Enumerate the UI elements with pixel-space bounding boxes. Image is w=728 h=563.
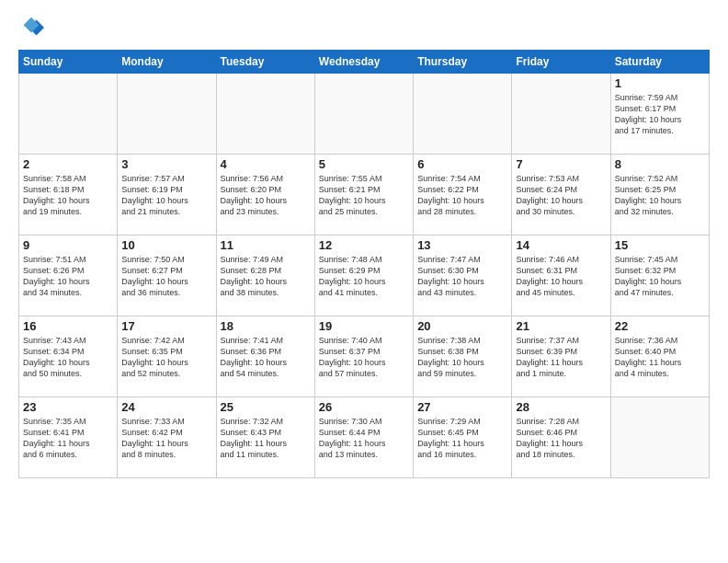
calendar-cell: 8Sunrise: 7:52 AM Sunset: 6:25 PM Daylig…	[610, 155, 709, 236]
day-number: 3	[121, 157, 211, 171]
calendar-cell: 4Sunrise: 7:56 AM Sunset: 6:20 PM Daylig…	[216, 155, 314, 236]
day-info: Sunrise: 7:47 AM Sunset: 6:30 PM Dayligh…	[417, 254, 507, 299]
day-info: Sunrise: 7:28 AM Sunset: 6:46 PM Dayligh…	[516, 416, 606, 461]
day-number: 24	[121, 400, 211, 414]
calendar-cell	[216, 74, 314, 155]
day-number: 27	[417, 400, 507, 414]
calendar-week-row: 9Sunrise: 7:51 AM Sunset: 6:26 PM Daylig…	[19, 236, 710, 316]
day-number: 2	[23, 157, 113, 171]
calendar-cell	[314, 74, 413, 155]
calendar-cell: 28Sunrise: 7:28 AM Sunset: 6:46 PM Dayli…	[512, 397, 610, 478]
day-info: Sunrise: 7:40 AM Sunset: 6:37 PM Dayligh…	[319, 335, 409, 380]
day-info: Sunrise: 7:43 AM Sunset: 6:34 PM Dayligh…	[23, 335, 113, 380]
day-number: 12	[319, 238, 409, 252]
day-info: Sunrise: 7:30 AM Sunset: 6:44 PM Dayligh…	[319, 416, 409, 461]
header	[18, 15, 710, 40]
calendar-cell: 11Sunrise: 7:49 AM Sunset: 6:28 PM Dayli…	[216, 236, 314, 316]
page: SundayMondayTuesdayWednesdayThursdayFrid…	[0, 0, 728, 563]
day-info: Sunrise: 7:33 AM Sunset: 6:42 PM Dayligh…	[121, 416, 211, 461]
day-info: Sunrise: 7:56 AM Sunset: 6:20 PM Dayligh…	[221, 173, 311, 218]
day-info: Sunrise: 7:57 AM Sunset: 6:19 PM Dayligh…	[121, 173, 211, 218]
calendar-cell: 27Sunrise: 7:29 AM Sunset: 6:45 PM Dayli…	[414, 397, 512, 478]
day-number: 26	[319, 400, 409, 414]
day-info: Sunrise: 7:35 AM Sunset: 6:41 PM Dayligh…	[23, 416, 113, 461]
calendar-cell: 10Sunrise: 7:50 AM Sunset: 6:27 PM Dayli…	[118, 236, 216, 316]
weekday-header: Monday	[118, 51, 216, 74]
calendar-table: SundayMondayTuesdayWednesdayThursdayFrid…	[18, 50, 710, 478]
logo	[18, 15, 48, 40]
day-info: Sunrise: 7:50 AM Sunset: 6:27 PM Dayligh…	[121, 254, 211, 299]
day-number: 28	[516, 400, 606, 414]
calendar-cell: 12Sunrise: 7:48 AM Sunset: 6:29 PM Dayli…	[314, 236, 413, 316]
calendar-week-row: 1Sunrise: 7:59 AM Sunset: 6:17 PM Daylig…	[19, 74, 710, 155]
calendar-cell: 22Sunrise: 7:36 AM Sunset: 6:40 PM Dayli…	[610, 316, 709, 397]
calendar-cell: 15Sunrise: 7:45 AM Sunset: 6:32 PM Dayli…	[610, 236, 709, 316]
day-number: 17	[121, 319, 211, 333]
calendar-cell: 18Sunrise: 7:41 AM Sunset: 6:36 PM Dayli…	[216, 316, 314, 397]
day-number: 1	[615, 76, 705, 90]
calendar-cell: 7Sunrise: 7:53 AM Sunset: 6:24 PM Daylig…	[512, 155, 610, 236]
day-number: 20	[417, 319, 507, 333]
day-info: Sunrise: 7:54 AM Sunset: 6:22 PM Dayligh…	[417, 173, 507, 218]
calendar-cell: 9Sunrise: 7:51 AM Sunset: 6:26 PM Daylig…	[19, 236, 118, 316]
day-info: Sunrise: 7:29 AM Sunset: 6:45 PM Dayligh…	[417, 416, 507, 461]
weekday-header: Saturday	[610, 51, 709, 74]
calendar-cell: 17Sunrise: 7:42 AM Sunset: 6:35 PM Dayli…	[118, 316, 216, 397]
calendar-week-row: 23Sunrise: 7:35 AM Sunset: 6:41 PM Dayli…	[19, 397, 710, 478]
calendar-cell: 2Sunrise: 7:58 AM Sunset: 6:18 PM Daylig…	[19, 155, 118, 236]
calendar-cell: 20Sunrise: 7:38 AM Sunset: 6:38 PM Dayli…	[414, 316, 512, 397]
day-number: 23	[23, 400, 113, 414]
day-info: Sunrise: 7:45 AM Sunset: 6:32 PM Dayligh…	[615, 254, 705, 299]
calendar-cell: 21Sunrise: 7:37 AM Sunset: 6:39 PM Dayli…	[512, 316, 610, 397]
day-info: Sunrise: 7:51 AM Sunset: 6:26 PM Dayligh…	[23, 254, 113, 299]
day-number: 13	[417, 238, 507, 252]
day-number: 5	[319, 157, 409, 171]
calendar-cell: 16Sunrise: 7:43 AM Sunset: 6:34 PM Dayli…	[19, 316, 118, 397]
day-info: Sunrise: 7:55 AM Sunset: 6:21 PM Dayligh…	[319, 173, 409, 218]
day-number: 11	[221, 238, 311, 252]
calendar-week-row: 2Sunrise: 7:58 AM Sunset: 6:18 PM Daylig…	[19, 155, 710, 236]
weekday-header: Wednesday	[314, 51, 413, 74]
day-number: 22	[615, 319, 705, 333]
day-info: Sunrise: 7:36 AM Sunset: 6:40 PM Dayligh…	[615, 335, 705, 380]
day-info: Sunrise: 7:53 AM Sunset: 6:24 PM Dayligh…	[516, 173, 606, 218]
day-info: Sunrise: 7:59 AM Sunset: 6:17 PM Dayligh…	[615, 92, 705, 137]
calendar-cell: 3Sunrise: 7:57 AM Sunset: 6:19 PM Daylig…	[118, 155, 216, 236]
weekday-header-row: SundayMondayTuesdayWednesdayThursdayFrid…	[19, 51, 710, 74]
day-info: Sunrise: 7:32 AM Sunset: 6:43 PM Dayligh…	[221, 416, 311, 461]
day-info: Sunrise: 7:46 AM Sunset: 6:31 PM Dayligh…	[516, 254, 606, 299]
day-number: 15	[615, 238, 705, 252]
day-info: Sunrise: 7:38 AM Sunset: 6:38 PM Dayligh…	[417, 335, 507, 380]
calendar-cell: 1Sunrise: 7:59 AM Sunset: 6:17 PM Daylig…	[610, 74, 709, 155]
day-info: Sunrise: 7:37 AM Sunset: 6:39 PM Dayligh…	[516, 335, 606, 380]
logo-icon	[18, 15, 44, 40]
day-number: 19	[319, 319, 409, 333]
calendar-cell: 14Sunrise: 7:46 AM Sunset: 6:31 PM Dayli…	[512, 236, 610, 316]
calendar-cell: 13Sunrise: 7:47 AM Sunset: 6:30 PM Dayli…	[414, 236, 512, 316]
calendar-cell: 26Sunrise: 7:30 AM Sunset: 6:44 PM Dayli…	[314, 397, 413, 478]
day-number: 25	[221, 400, 311, 414]
day-number: 4	[221, 157, 311, 171]
calendar-cell	[414, 74, 512, 155]
calendar-cell: 23Sunrise: 7:35 AM Sunset: 6:41 PM Dayli…	[19, 397, 118, 478]
calendar-cell	[610, 397, 709, 478]
day-number: 8	[615, 157, 705, 171]
calendar-cell	[118, 74, 216, 155]
day-number: 21	[516, 319, 606, 333]
calendar-cell: 25Sunrise: 7:32 AM Sunset: 6:43 PM Dayli…	[216, 397, 314, 478]
weekday-header: Friday	[512, 51, 610, 74]
day-number: 9	[23, 238, 113, 252]
weekday-header: Thursday	[414, 51, 512, 74]
calendar-cell	[512, 74, 610, 155]
day-info: Sunrise: 7:42 AM Sunset: 6:35 PM Dayligh…	[121, 335, 211, 380]
day-number: 6	[417, 157, 507, 171]
weekday-header: Sunday	[19, 51, 118, 74]
weekday-header: Tuesday	[216, 51, 314, 74]
day-info: Sunrise: 7:48 AM Sunset: 6:29 PM Dayligh…	[319, 254, 409, 299]
day-info: Sunrise: 7:52 AM Sunset: 6:25 PM Dayligh…	[615, 173, 705, 218]
calendar-cell: 5Sunrise: 7:55 AM Sunset: 6:21 PM Daylig…	[314, 155, 413, 236]
calendar-cell: 6Sunrise: 7:54 AM Sunset: 6:22 PM Daylig…	[414, 155, 512, 236]
calendar-cell: 24Sunrise: 7:33 AM Sunset: 6:42 PM Dayli…	[118, 397, 216, 478]
day-number: 10	[121, 238, 211, 252]
day-number: 7	[516, 157, 606, 171]
